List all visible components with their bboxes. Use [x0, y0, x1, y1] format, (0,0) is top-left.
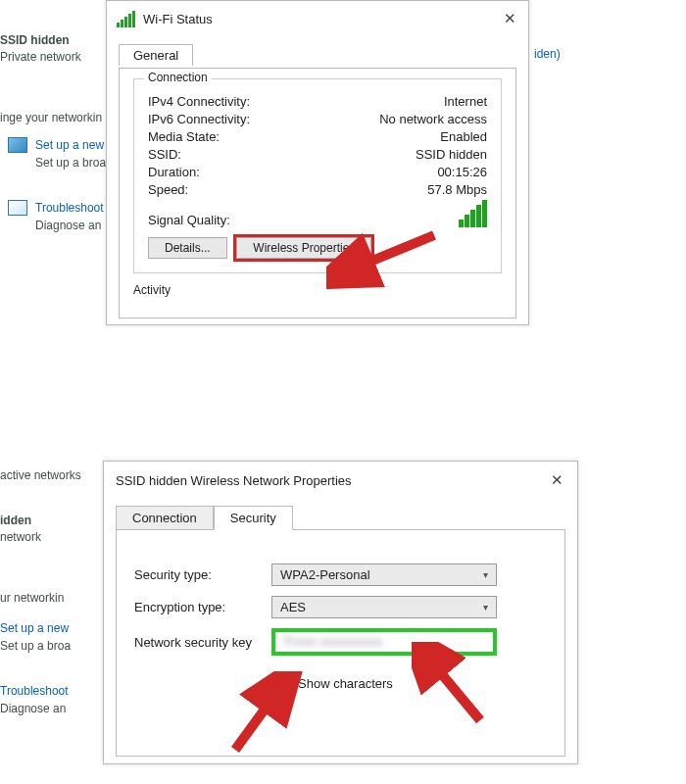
wifi-status-dialog: Wi-Fi Status ✕ General Connection IPv4 C…: [106, 0, 529, 325]
network-setup-icon: [8, 137, 27, 153]
media-value: Enabled: [440, 129, 487, 144]
dialog2-titlebar: SSID hidden Wireless Network Properties …: [104, 462, 577, 499]
tab-general[interactable]: General: [119, 44, 193, 66]
close-button[interactable]: ✕: [501, 10, 518, 27]
show-characters-label: Show characters: [298, 676, 393, 691]
encryption-type-label: Encryption type:: [134, 600, 271, 614]
dialog-titlebar: Wi-Fi Status ✕: [107, 1, 528, 36]
bg-diagnose-2: Diagnose an: [0, 702, 66, 715]
setup-broadband-text: Set up a broa: [35, 156, 106, 170]
activity-label: Activity: [133, 283, 502, 297]
encryption-type-select[interactable]: AES ▾: [271, 596, 497, 618]
network-key-input[interactable]: Trxxx xxxxxxxxx: [271, 628, 497, 656]
security-type-select[interactable]: WPA2-Personal ▾: [271, 564, 497, 586]
chevron-down-icon-2: ▾: [483, 602, 488, 612]
bg-ur-networkin: ur networkin: [0, 591, 64, 605]
bg-change-networking: inge your networkin: [0, 111, 102, 124]
ipv6-value: No network access: [379, 112, 487, 126]
dialog2-title: SSID hidden Wireless Network Properties: [116, 473, 548, 488]
chevron-down-icon: ▾: [483, 569, 488, 580]
encryption-type-value: AES: [280, 600, 306, 614]
troubleshoot-link[interactable]: Troubleshoot: [35, 201, 104, 215]
duration-value: 00:15:26: [437, 165, 487, 179]
ipv4-label: IPv4 Connectivity:: [148, 94, 250, 109]
bg-active-networks: active networks: [0, 468, 81, 482]
tab-connection[interactable]: Connection: [116, 506, 214, 530]
show-characters-input[interactable]: [275, 676, 289, 690]
diagnose-text: Diagnose an: [35, 219, 101, 232]
network-key-label: Network security key: [134, 635, 271, 650]
bg-idden: idden: [0, 514, 31, 527]
show-characters-checkbox[interactable]: Show characters: [271, 673, 393, 693]
ipv4-value: Internet: [444, 94, 487, 109]
tab-security[interactable]: Security: [214, 506, 293, 530]
ipv6-label: IPv6 Connectivity:: [148, 112, 250, 126]
connection-legend: Connection: [144, 71, 212, 84]
security-type-value: WPA2-Personal: [280, 567, 370, 582]
bg-troubleshoot-link-2[interactable]: Troubleshoot: [0, 684, 69, 698]
bg-setup-text-2: Set up a broa: [0, 639, 71, 653]
connection-group: Connection IPv4 Connectivity:Internet IP…: [133, 78, 502, 273]
ssid-label: SSID:: [148, 147, 181, 162]
bg-private-network: Private network: [0, 50, 81, 64]
wifi-icon: [117, 11, 135, 27]
bg-right-iden: iden): [534, 47, 561, 61]
signal-bars-icon: [459, 200, 487, 227]
setup-new-link[interactable]: Set up a new: [35, 138, 104, 152]
wireless-properties-dialog: SSID hidden Wireless Network Properties …: [103, 461, 578, 764]
network-key-value: Trxxx xxxxxxxxx: [283, 635, 382, 649]
media-label: Media State:: [148, 129, 220, 144]
speed-label: Speed:: [148, 182, 188, 197]
details-button[interactable]: Details...: [148, 237, 227, 259]
bg-network: network: [0, 530, 41, 544]
ssid-value: SSID hidden: [416, 147, 487, 162]
duration-label: Duration:: [148, 165, 200, 179]
dialog-title: Wi-Fi Status: [143, 12, 501, 26]
troubleshoot-icon: [8, 200, 27, 216]
bg-ssid-hidden: SSID hidden: [0, 33, 70, 47]
close-button-2[interactable]: ✕: [548, 471, 565, 489]
bg-setup-link-2[interactable]: Set up a new: [0, 621, 69, 635]
security-type-label: Security type:: [134, 567, 271, 582]
speed-value: 57.8 Mbps: [427, 182, 487, 197]
signal-label: Signal Quality:: [148, 213, 230, 227]
wireless-properties-button[interactable]: Wireless Properties: [236, 237, 371, 259]
